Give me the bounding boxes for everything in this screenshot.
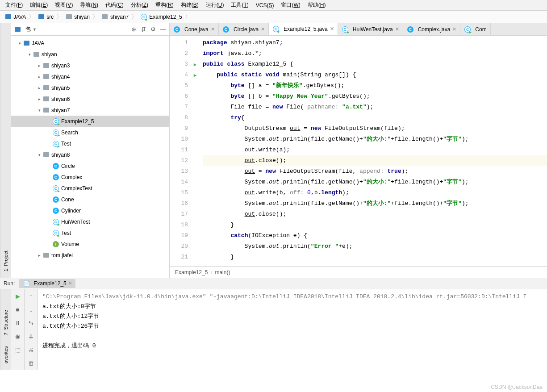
camera-icon[interactable]: ◉	[14, 332, 22, 340]
menu-item[interactable]: 编辑(E)	[26, 1, 51, 9]
menu-item[interactable]: 构建(B)	[177, 1, 202, 9]
tree-item[interactable]: CCircle	[11, 160, 169, 171]
editor-tab[interactable]: CCone.java✕	[170, 23, 219, 35]
menu-item[interactable]: 工具(T)	[227, 1, 252, 9]
tree-arrow-icon[interactable]: ▾	[36, 153, 42, 157]
project-tree: ▾JAVA▾shiyan▸shiyan3▸shiyan4▸shiyan5▸shi…	[11, 36, 169, 278]
breadcrumb-item[interactable]: src	[36, 13, 55, 21]
tree-item[interactable]: CComplexTest	[11, 183, 169, 194]
tree-item[interactable]: CComplex	[11, 171, 169, 183]
console-output[interactable]: "C:\Program Files\Java\jdk-11.0.4\bin\ja…	[38, 289, 547, 370]
menu-item[interactable]: 文件(F)	[2, 1, 26, 9]
tree-item[interactable]: ▾shiyan	[11, 49, 169, 60]
editor-tab[interactable]: CHuiWenTest.java✕	[338, 23, 403, 35]
tree-arrow-icon[interactable]: ▸	[36, 63, 42, 68]
tree-label: Example12_5	[61, 118, 94, 125]
close-icon[interactable]: ✕	[330, 26, 334, 32]
exit-icon[interactable]: ⬚	[14, 346, 22, 354]
print-icon[interactable]: 🖨	[27, 346, 35, 354]
sidebar-label-structure[interactable]: 7: Structure	[2, 308, 9, 338]
settings-icon[interactable]: ⚙	[150, 26, 157, 33]
class-main-icon: C	[52, 185, 59, 192]
menu-item[interactable]: VCS(S)	[252, 2, 278, 8]
tree-item[interactable]: CTest	[11, 227, 169, 238]
menu-item[interactable]: 代码(C)	[102, 1, 127, 9]
close-icon[interactable]: ✕	[452, 26, 456, 32]
menu-item[interactable]: 分析(Z)	[127, 1, 152, 9]
scroll-icon[interactable]: ⇊	[27, 332, 35, 340]
run-tab[interactable]: 📄 Example12_5 ✕	[19, 279, 75, 288]
project-title[interactable]: 包 ▼	[25, 25, 37, 33]
tree-item[interactable]: CSearch	[11, 127, 169, 138]
editor-tab[interactable]: CComplex.java✕	[403, 23, 461, 35]
tree-arrow-icon[interactable]: ▾	[36, 108, 42, 113]
run-gutter-icon[interactable]: ▶	[194, 62, 197, 67]
tree-item[interactable]: ▾shiyan7	[11, 104, 169, 116]
breadcrumb-item[interactable]: JAVA	[3, 13, 28, 21]
breadcrumb-item[interactable]: CExample12_5	[138, 13, 184, 21]
menu-item[interactable]: 重构(R)	[152, 1, 177, 9]
tree-arrow-icon[interactable]: ▸	[36, 253, 42, 258]
menu-item[interactable]: 运行(U)	[202, 1, 228, 9]
tree-item[interactable]: CHuiWenTest	[11, 216, 169, 227]
tree-label: shiyan7	[51, 107, 70, 113]
tree-item[interactable]: CExample12_5	[11, 116, 169, 127]
wrap-icon[interactable]: ⇆	[27, 319, 35, 327]
editor-tab[interactable]: CCom	[460, 23, 490, 35]
class-main-icon: C	[52, 218, 59, 225]
tree-item[interactable]: ▸shiyan4	[11, 71, 169, 82]
tree-item[interactable]: ▾JAVA	[11, 38, 169, 49]
rerun-icon[interactable]: ▶	[14, 292, 22, 300]
tree-item[interactable]: ▸shiyan5	[11, 82, 169, 93]
tree-arrow-icon[interactable]: ▾	[26, 52, 33, 57]
trash-icon[interactable]: 🗑	[27, 359, 35, 367]
down-icon[interactable]: ↓	[27, 305, 35, 313]
stop-icon[interactable]: ■	[14, 305, 22, 313]
close-icon[interactable]: ✕	[68, 281, 72, 286]
class-icon: C	[52, 174, 59, 181]
console-line: a.txt的大小:12字节	[42, 312, 543, 321]
tree-item[interactable]: ▸shiyan6	[11, 93, 169, 104]
class-main-icon: C	[342, 26, 349, 33]
scroll-to-icon[interactable]: ⊕	[130, 26, 137, 33]
tree-arrow-icon[interactable]: ▸	[36, 86, 42, 90]
menu-item[interactable]: 帮助(H)	[304, 1, 330, 9]
hide-icon[interactable]: —	[159, 26, 167, 33]
menu-item[interactable]: 窗口(W)	[277, 1, 304, 9]
up-icon[interactable]: ↑	[27, 292, 35, 300]
run-gutter-icon[interactable]: ▶	[194, 72, 197, 78]
close-icon[interactable]: ✕	[211, 26, 215, 32]
folder-icon	[101, 13, 109, 21]
breadcrumb-item[interactable]: shiyan7	[100, 13, 130, 21]
tree-item[interactable]: CTest	[11, 138, 169, 149]
folder-icon	[42, 84, 50, 92]
sidebar-label-favorites[interactable]: avorites	[2, 343, 9, 366]
editor-tab[interactable]: CExample12_5.java✕	[269, 23, 338, 35]
menu-item[interactable]: 视图(V)	[51, 1, 76, 9]
footer-method[interactable]: main()	[215, 269, 230, 275]
close-icon[interactable]: ✕	[261, 26, 265, 32]
tree-item[interactable]: ▾shiyan8	[11, 149, 169, 160]
tree-arrow-icon[interactable]: ▸	[36, 75, 42, 79]
close-icon[interactable]: ✕	[395, 26, 399, 32]
chevron-icon: 〉	[184, 13, 192, 21]
code-area[interactable]: package shiyan.shiyan7;import java.io.*;…	[199, 36, 547, 266]
footer-class[interactable]: Example12_5	[175, 269, 208, 275]
tree-item[interactable]: ▸tom.jiafei	[11, 250, 169, 261]
menu-item[interactable]: 导航(N)	[76, 1, 102, 9]
tree-item[interactable]: CCone	[11, 194, 169, 205]
pause-icon[interactable]: ⏸	[14, 319, 22, 327]
tree-item[interactable]: CCylinder	[11, 205, 169, 216]
tree-arrow-icon[interactable]: ▾	[17, 41, 23, 46]
editor-body[interactable]: 123456789101112131415161718192021 ▶▶ pac…	[170, 36, 547, 266]
console-line: 进程完成，退出码 0	[42, 341, 543, 351]
folder-icon	[42, 151, 50, 158]
tree-arrow-icon[interactable]: ▸	[36, 97, 42, 101]
breadcrumb-item[interactable]: shiyan	[63, 13, 92, 21]
sidebar-label-project[interactable]: 1: Project	[2, 248, 9, 274]
tree-item[interactable]: IVolume	[11, 238, 169, 250]
tree-item[interactable]: ▸shiyan3	[11, 60, 169, 71]
breadcrumb: JAVA〉src〉shiyan〉shiyan7〉CExample12_5〉	[0, 11, 547, 23]
collapse-icon[interactable]: ⇵	[140, 26, 147, 33]
editor-tab[interactable]: CCircle.java✕	[219, 23, 269, 35]
